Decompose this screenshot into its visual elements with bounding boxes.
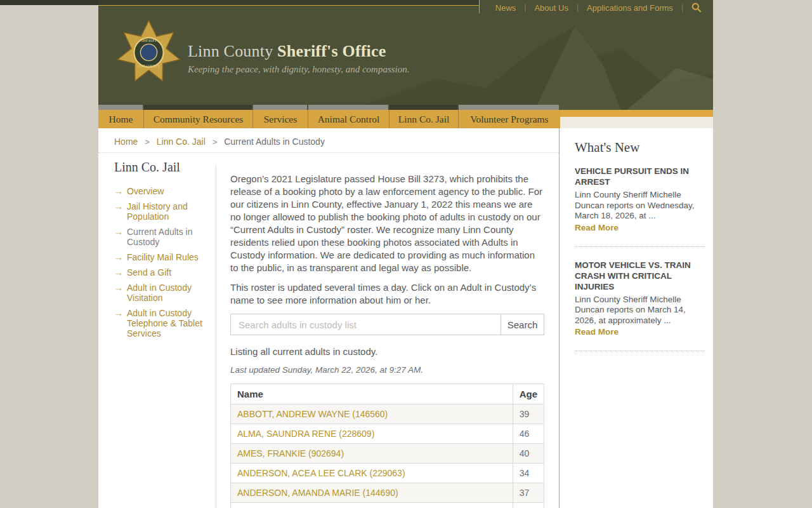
sidebar-item-jail-history-and-population[interactable]: → Jail History and Population [114, 201, 211, 222]
inmate-age: 37 [513, 483, 544, 503]
inmate-age: 46 [513, 424, 544, 444]
table-header-row: Name Age [231, 384, 544, 404]
sidebar-item-adult-in-custody-telephone-tablet-services[interactable]: → Adult in Custody Telephone & Tablet Se… [114, 308, 211, 338]
table-row: ABBOTT, ANDREW WAYNE (146560) 39 [231, 404, 544, 424]
site-title-block: Linn County Sheriff's Office Keeping the… [188, 42, 410, 75]
utility-link-news[interactable]: News [495, 3, 516, 13]
site-title-bold: Sheriff's Office [277, 42, 386, 60]
arrow-right-icon: → [114, 252, 123, 262]
svg-text:SHERIFF: SHERIFF [140, 38, 157, 43]
custody-search-input[interactable] [230, 314, 501, 335]
inmate-age: 34 [513, 464, 544, 483]
nav-item-home[interactable]: Home [98, 110, 144, 128]
intro-paragraph-2: This roster is updated several times a d… [230, 281, 544, 307]
news-item: MOTOR VEHICLE VS. TRAIN CRASH WITH CRITI… [575, 260, 705, 338]
sidebar-item-facility-mail-rules[interactable]: → Facility Mail Rules [114, 252, 211, 262]
sidebar-item-label: Adult in Custody Telephone & Tablet Serv… [127, 308, 211, 338]
arrow-right-icon: → [114, 227, 123, 247]
sidebar-item-send-a-gift[interactable]: → Send a Gift [114, 267, 211, 277]
breadcrumb-separator-icon: > [213, 137, 218, 147]
news-item-excerpt: Linn County Sheriff Michelle Duncan repo… [575, 190, 705, 222]
news-item: VEHICLE PURSUIT ENDS IN ARREST Linn Coun… [575, 166, 705, 233]
table-row: ALMA, SAUNDRA RENE (228609) 46 [231, 424, 544, 444]
jail-section-menu: Linn Co. Jail → Overview → Jail History … [114, 160, 211, 344]
nav-item-volunteer-programs[interactable]: Volunteer Programs [459, 110, 560, 128]
arrow-right-icon: → [114, 267, 123, 277]
nav-item-linn-co-jail[interactable]: Linn Co. Jail [390, 110, 459, 128]
utility-link-about-us[interactable]: About Us [534, 3, 568, 13]
column-header-name: Name [231, 384, 513, 404]
content-gold-divider [559, 128, 560, 508]
news-dotted-separator [575, 351, 705, 351]
utility-link-applications-and-forms[interactable]: Applications and Forms [587, 3, 673, 13]
listing-status-text: Listing all current adults in custody. [230, 346, 544, 357]
sidebar-item-label: Overview [127, 186, 164, 196]
sidebar-item-label: Send a Gift [127, 267, 171, 277]
sidebar-item-current-adults-in-custody[interactable]: → Current Adults in Custody [114, 227, 211, 247]
last-updated-text: Last updated Sunday, March 22, 2026, at … [230, 365, 544, 375]
custody-search-bar: Search [230, 314, 544, 335]
read-more-link[interactable]: Read More [575, 327, 619, 337]
table-row: AMES, FRANKIE (902694) 40 [231, 444, 544, 464]
inmate-age: 40 [513, 444, 544, 464]
strip-community-resources [144, 105, 252, 110]
strip-home [98, 105, 143, 110]
inmate-name-link[interactable]: ALMA, SAUNDRA RENE (228609) [237, 429, 374, 439]
breadcrumb-current-page: Current Adults in Custody [224, 137, 325, 147]
utility-separator: | [681, 3, 683, 12]
utility-dark-bar [98, 0, 479, 6]
whats-new-panel: What's New VEHICLE PURSUIT ENDS IN ARRES… [575, 140, 705, 364]
nav-item-animal-control[interactable]: Animal Control [308, 110, 390, 128]
arrow-right-icon: → [114, 308, 123, 338]
sidebar-item-label: Current Adults in Custody [127, 227, 211, 247]
main-column: Oregon’s 2021 Legislature passed House B… [230, 173, 544, 508]
jail-menu-title: Linn Co. Jail [114, 160, 211, 175]
arrow-right-icon: → [114, 201, 123, 222]
inmate-name-link[interactable]: ABBOTT, ANDREW WAYNE (146560) [237, 409, 388, 419]
arrow-right-icon: → [114, 186, 123, 196]
read-more-link[interactable]: Read More [575, 223, 619, 232]
strip-linn-co-jail [390, 105, 457, 110]
news-item-title-link[interactable]: MOTOR VEHICLE VS. TRAIN CRASH WITH CRITI… [575, 260, 705, 292]
breadcrumb-link-home[interactable]: Home [114, 137, 138, 147]
intro-paragraph-1: Oregon’s 2021 Legislature passed House B… [230, 173, 544, 274]
table-row-partial [231, 503, 544, 508]
news-item-excerpt: Linn County Sheriff Michelle Duncan repo… [575, 295, 705, 326]
nav-top-strip [98, 105, 559, 110]
inmate-name-link[interactable]: AMES, FRANKIE (902694) [237, 448, 344, 458]
sidebar-item-adult-in-custody-visitation[interactable]: → Adult in Custody Visitation [114, 283, 211, 303]
inmate-name-link[interactable]: ANDERSON, ACEA LEE CLARK (229063) [237, 468, 405, 478]
custody-search-button[interactable]: Search [501, 314, 544, 335]
sidebar-item-label: Facility Mail Rules [127, 252, 199, 262]
site-tagline: Keeping the peace, with dignity, honesty… [188, 64, 410, 75]
whats-new-title: What's New [575, 140, 705, 156]
search-icon[interactable] [691, 3, 702, 13]
breadcrumb-separator-icon: > [145, 137, 150, 147]
main-nav: Home Community Resources Services Animal… [98, 110, 560, 128]
breadcrumb: Home > Linn Co. Jail > Current Adults in… [98, 128, 559, 153]
news-item-title-link[interactable]: VEHICLE PURSUIT ENDS IN ARREST [575, 166, 705, 187]
inmate-name-link[interactable]: ANDERSON, AMANDA MARIE (144690) [237, 488, 398, 498]
sheriff-star-badge-icon: SHERIFF LINN COUNTY [115, 19, 182, 86]
site-header: News | About Us | Applications and Forms… [98, 0, 713, 110]
site-title: Linn County Sheriff's Office [188, 42, 410, 61]
nav-item-community-resources[interactable]: Community Resources [144, 110, 253, 128]
sidebar-item-label: Adult in Custody Visitation [127, 283, 211, 303]
top-dark-strip [0, 0, 99, 5]
sidebar-gold-strip [560, 110, 713, 117]
sidebar-cream-strip [560, 117, 713, 128]
sidebar-item-overview[interactable]: → Overview [114, 186, 211, 196]
column-header-age: Age [513, 384, 544, 404]
nav-item-services[interactable]: Services [253, 110, 308, 128]
strip-animal-control [308, 105, 388, 110]
site-title-light: Linn County [188, 42, 273, 60]
breadcrumb-link-linn-co-jail[interactable]: Linn Co. Jail [157, 137, 206, 147]
news-dotted-separator [575, 246, 705, 247]
inmate-age: 39 [513, 404, 544, 424]
table-row: ANDERSON, AMANDA MARIE (144690) 37 [231, 483, 544, 503]
strip-services [253, 105, 307, 110]
content-area: Home > Linn Co. Jail > Current Adults in… [98, 128, 713, 508]
strip-volunteer-programs [459, 105, 559, 110]
site-container: News | About Us | Applications and Forms… [98, 0, 713, 508]
utility-nav: News | About Us | Applications and Forms… [480, 0, 713, 15]
